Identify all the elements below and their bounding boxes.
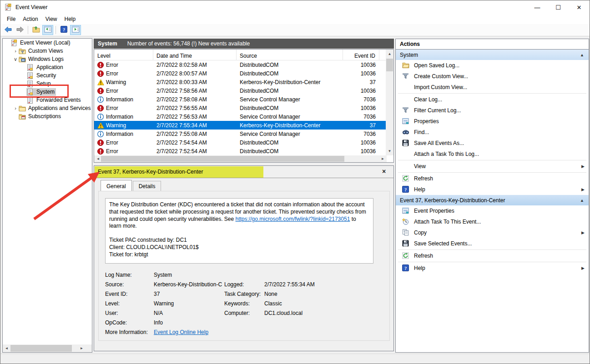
- event-row[interactable]: Error2/7/2022 7:58:56 AMDistributedCOM10…: [94, 86, 393, 95]
- action-save-selected-events[interactable]: Save Selected Events...: [396, 238, 589, 249]
- menu-view[interactable]: View: [42, 15, 61, 24]
- export-folder-button[interactable]: [30, 25, 41, 35]
- event-list-header: LevelDate and TimeSourceEvent ID: [94, 50, 393, 60]
- action-filter-current-log[interactable]: Filter Current Log...: [396, 105, 589, 116]
- expander-expanded-icon[interactable]: ∨: [13, 56, 18, 62]
- event-row[interactable]: Error2/7/2022 8:02:58 AMDistributedCOM10…: [94, 60, 393, 69]
- tree-horizontal-scrollbar[interactable]: ◄ ►: [3, 344, 92, 352]
- forward-arrow-button[interactable]: [15, 25, 25, 35]
- action-view[interactable]: View▶: [396, 161, 589, 172]
- scroll-right-icon[interactable]: ►: [379, 155, 387, 163]
- event-row[interactable]: Error2/7/2022 7:52:54 AMDistributedCOM10…: [94, 147, 393, 155]
- action-label: Refresh: [414, 175, 433, 182]
- action-help[interactable]: ?Help▶: [396, 184, 589, 195]
- action-help[interactable]: ?Help▶: [396, 263, 589, 274]
- tree-item-label: Subscriptions: [28, 113, 61, 120]
- event-list-vscroll-thumb[interactable]: [386, 59, 393, 71]
- error-icon: [97, 140, 104, 146]
- action-properties[interactable]: Properties: [396, 116, 589, 127]
- error-icon: [97, 62, 104, 68]
- scroll-left-icon[interactable]: ◄: [3, 344, 10, 352]
- event-row[interactable]: Information2/7/2022 7:55:08 AMService Co…: [94, 130, 393, 138]
- collapse-icon[interactable]: ▲: [580, 53, 584, 57]
- svg-text:?: ?: [404, 187, 407, 192]
- event-row[interactable]: Information2/7/2022 7:56:53 AMService Co…: [94, 112, 393, 121]
- action-attach-task-to-this-event[interactable]: Attach Task To This Event...: [396, 216, 589, 227]
- show-console-tree-icon: [44, 26, 52, 34]
- event-row[interactable]: Warning2/7/2022 8:00:33 AMKerberos-Key-D…: [94, 78, 393, 86]
- menu-bar: FileActionViewHelp: [0, 14, 590, 24]
- actions-panel: Actions System▲Open Saved Log...Create C…: [395, 39, 589, 353]
- error-icon: [97, 105, 104, 111]
- menu-help[interactable]: Help: [61, 15, 80, 24]
- column-header-level[interactable]: Level: [94, 50, 153, 60]
- sidebar-item-security[interactable]: Security: [3, 71, 92, 80]
- field-value-more-information[interactable]: Event Log Online Help: [154, 329, 208, 335]
- event-source-cell: DistributedCOM: [237, 88, 343, 94]
- event-row[interactable]: Error2/7/2022 8:00:57 AMDistributedCOM10…: [94, 69, 393, 78]
- filter-icon: [402, 73, 409, 80]
- expander-collapsed-icon[interactable]: ›: [13, 105, 18, 111]
- action-find[interactable]: Find...: [396, 127, 589, 138]
- sidebar-item-windows-logs[interactable]: ∨Windows Logs: [3, 55, 92, 63]
- column-header-source[interactable]: Source: [237, 50, 343, 60]
- sidebar-item-event-viewer-local[interactable]: Event Viewer (Local): [3, 39, 92, 47]
- event-id-cell: 10036: [343, 105, 379, 111]
- sidebar-item-application[interactable]: Application: [3, 63, 92, 71]
- actions-section-system[interactable]: System▲: [396, 50, 589, 60]
- scroll-right-icon[interactable]: ►: [78, 344, 86, 352]
- tab-general[interactable]: General: [101, 180, 132, 192]
- action-event-properties[interactable]: Event Properties: [396, 205, 589, 216]
- tree-item-label: Applications and Services Lo: [28, 105, 92, 111]
- event-viewer-window: ! Event Viewer — ☐ ✕ FileActionViewHelp …: [0, 0, 590, 364]
- close-icon[interactable]: ×: [380, 168, 388, 176]
- sidebar-item-subscriptions[interactable]: Subscriptions: [3, 112, 92, 120]
- menu-file[interactable]: File: [3, 15, 19, 24]
- event-list-vertical-scrollbar[interactable]: ▲ ▼: [386, 50, 393, 155]
- help-icon: ?: [402, 264, 409, 272]
- sidebar-item-applications-and-services-lo[interactable]: ›Applications and Services Lo: [3, 104, 92, 112]
- actions-separator: [398, 249, 586, 250]
- menu-action[interactable]: Action: [19, 15, 41, 24]
- action-create-custom-view[interactable]: Create Custom View...: [396, 71, 589, 82]
- event-row[interactable]: Error2/7/2022 7:56:55 AMDistributedCOM10…: [94, 104, 393, 112]
- event-list-hscroll-thumb[interactable]: [101, 156, 344, 162]
- show-action-pane-button[interactable]: [70, 25, 81, 35]
- minimize-button[interactable]: —: [527, 0, 548, 14]
- error-icon: [97, 70, 104, 77]
- event-row[interactable]: Information2/7/2022 7:58:08 AMService Co…: [94, 95, 393, 104]
- actions-section-event-37-kerberos-key-distribution-center[interactable]: Event 37, Kerberos-Key-Distribution-Cent…: [396, 195, 589, 205]
- action-label: Copy: [414, 229, 427, 236]
- event-row[interactable]: Error2/7/2022 7:54:54 AMDistributedCOM10…: [94, 138, 393, 147]
- action-refresh[interactable]: Refresh: [396, 250, 589, 261]
- back-arrow-button[interactable]: [3, 25, 14, 35]
- actions-separator: [398, 172, 586, 173]
- action-label: Create Custom View...: [414, 73, 468, 80]
- action-import-custom-view[interactable]: Import Custom View...: [396, 82, 589, 93]
- expander-collapsed-icon[interactable]: ›: [13, 48, 18, 54]
- event-row[interactable]: Warning2/7/2022 7:55:34 AMKerberos-Key-D…: [94, 121, 393, 130]
- scroll-up-icon[interactable]: ▲: [386, 50, 393, 58]
- maximize-button[interactable]: ☐: [548, 0, 569, 14]
- sidebar-item-custom-views[interactable]: ›Custom Views: [3, 47, 92, 55]
- export-folder-icon: [32, 26, 40, 34]
- column-header-event-id[interactable]: Event ID: [343, 50, 379, 60]
- action-label: View: [414, 163, 426, 170]
- event-list-horizontal-scrollbar[interactable]: ◄ ►: [94, 155, 387, 162]
- general-tab-page: The Key Distribution Center (KDC) encoun…: [98, 191, 390, 341]
- field-value-opcode: Info: [154, 319, 163, 326]
- collapse-icon[interactable]: ▲: [580, 198, 584, 203]
- close-button[interactable]: ✕: [569, 0, 590, 14]
- tree-scrollbar-thumb[interactable]: [10, 345, 72, 352]
- action-save-all-events-as[interactable]: Save All Events As...: [396, 138, 589, 149]
- column-header-date-and-time[interactable]: Date and Time: [153, 50, 237, 60]
- action-clear-log[interactable]: Clear Log...: [396, 94, 589, 105]
- help-button[interactable]: ?: [58, 25, 69, 35]
- action-refresh[interactable]: Refresh: [396, 173, 589, 184]
- action-copy[interactable]: Copy▶: [396, 227, 589, 238]
- action-attach-a-task-to-this-log[interactable]: Attach a Task To this Log...: [396, 149, 589, 160]
- scroll-down-icon[interactable]: ▼: [386, 147, 393, 155]
- show-console-tree-button[interactable]: [42, 25, 53, 35]
- action-open-saved-log[interactable]: Open Saved Log...: [396, 60, 589, 71]
- fwlink-hyperlink[interactable]: https://go.microsoft.com/fwlink/?linkid=…: [236, 216, 350, 222]
